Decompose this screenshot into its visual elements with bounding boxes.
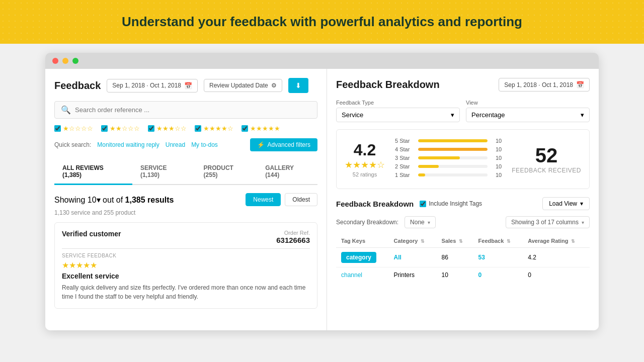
th-tag-keys: Tag Keys [336,234,389,248]
tab-service[interactable]: SERVICE (1,130) [132,159,196,185]
left-panel: Feedback Sep 1, 2018 · Oct 1, 2018 📅 Rev… [45,69,327,330]
category-all[interactable]: All [394,254,401,261]
star-filter-3: ★★★☆☆ [148,125,187,132]
review-date-label: Review Updated Date [209,82,268,89]
big-score: 4.2 [345,141,385,159]
bar-row-4: 4 Star 10 [395,146,502,152]
th-sales[interactable]: Sales ⇅ [437,234,473,248]
breakdown-table-body: category All 86 53 4.2 channel Printers … [336,248,590,283]
view-select[interactable]: Percentage ▾ [466,108,590,122]
star-5-checkbox[interactable] [242,125,248,132]
showing-cols-select[interactable]: Showing 3 of 17 columns ▾ [506,216,590,228]
view-label: View [466,100,590,106]
left-date-range: Sep 1, 2018 · Oct 1, 2018 [112,82,181,89]
bar-val-4: 10 [492,146,502,152]
results-count[interactable]: 10▾ [88,196,101,204]
quick-search-bar: Quick search: Monitored waiting reply Un… [54,138,317,151]
calendar-icon: 📅 [184,82,192,89]
search-input[interactable] [75,106,311,114]
main-content: Feedback Sep 1, 2018 · Oct 1, 2018 📅 Rev… [45,69,599,330]
table-row: channel Printers 10 0 0 [336,267,590,283]
right-calendar-icon: 📅 [576,81,584,88]
tag-key-channel[interactable]: channel [341,272,362,279]
table-header-row: Tag Keys Category ⇅ Sales ⇅ Feedback ⇅ A… [336,234,590,248]
star-filter-4: ★★★★☆ [195,125,233,132]
star-filter-1: ★☆☆☆☆ [54,125,93,132]
results-header: Showing 10▾ out of 1,385 results Newest … [54,193,317,206]
bar-row-5: 5 Star 10 [395,138,502,144]
star-5-stars: ★★★★★ [250,125,280,132]
qs-monitored[interactable]: Monitored waiting reply [97,141,159,148]
secondary-value: None [410,219,425,226]
row2-category: Printers [389,267,437,283]
star-3-stars: ★★★☆☆ [156,125,187,132]
secondary-select[interactable]: None ▾ [405,216,436,228]
bar-track-4 [418,148,488,151]
tab-all-reviews[interactable]: ALL REVIEWS (1,385) [54,159,132,185]
maximize-dot[interactable] [72,58,78,64]
review-body: Really quick delivery and size fits perf… [62,283,310,301]
insight-check[interactable]: Include Insight Tags [420,200,482,207]
bar-fill-3 [418,156,460,159]
showing-cols-label: Showing 3 of 17 columns [511,219,579,226]
right-date-range: Sep 1, 2018 · Oct 1, 2018 [504,81,573,88]
qs-mytodos[interactable]: My to-dos [191,141,218,148]
row2-sales: 10 [437,267,473,283]
review-date-button[interactable]: Review Updated Date ⚙ [204,79,282,92]
bar-label-2: 2 Star [395,163,414,169]
quick-search-label: Quick search: [54,141,91,148]
row1-sales: 86 [437,248,473,267]
oldest-button[interactable]: Oldest [285,193,317,206]
reviewer-name: Verified customer [62,230,121,238]
row2-avg-rating: 0 [523,267,590,283]
star-2-checkbox[interactable] [101,125,108,132]
row2-feedback: 0 [473,267,523,283]
bar-fill-4 [418,148,488,151]
browser-bar [45,53,599,69]
bar-track-5 [418,139,488,142]
insight-checkbox[interactable] [420,201,426,207]
star-1-checkbox[interactable] [54,125,61,132]
advanced-filters-button[interactable]: ⚡ Advanced filters [250,138,317,151]
sort-buttons: Newest Oldest [246,193,317,206]
qs-unread[interactable]: Unread [166,141,185,148]
bar-val-1: 10 [492,172,502,178]
right-date-picker[interactable]: Sep 1, 2018 · Oct 1, 2018 📅 [499,78,590,92]
right-panel: Feedback Breakdown Sep 1, 2018 · Oct 1, … [327,69,599,330]
bar-val-5: 10 [492,138,502,144]
bar-row-3: 3 Star 10 [395,155,502,161]
feedback-53[interactable]: 53 [478,254,485,261]
newest-button[interactable]: Newest [246,193,281,206]
avg-rating-sort-icon: ⇅ [571,239,575,244]
feedback-0[interactable]: 0 [478,272,482,279]
minimize-dot[interactable] [62,58,68,64]
bar-track-3 [418,156,488,159]
th-avg-rating[interactable]: Average Rating ⇅ [523,234,590,248]
star-3-checkbox[interactable] [148,125,154,132]
left-panel-title: Feedback [54,80,101,92]
tab-gallery[interactable]: GALLERY (144) [257,159,317,185]
left-date-picker[interactable]: Sep 1, 2018 · Oct 1, 2018 📅 [107,79,198,93]
tab-product[interactable]: PRODUCT (255) [196,159,258,185]
bar-fill-1 [418,173,425,176]
secondary-arrow: ▾ [428,220,430,225]
th-feedback[interactable]: Feedback ⇅ [473,234,523,248]
download-button[interactable]: ⬇ [288,78,308,93]
view-arrow: ▾ [581,111,584,119]
load-view-button[interactable]: Load View ▾ [542,197,590,210]
feedback-type-select[interactable]: Service ▾ [336,108,460,122]
th-category[interactable]: Category ⇅ [389,234,437,248]
banner-title: Understand your feedback with powerful a… [10,14,634,30]
review-title: Excellent service [62,272,310,280]
row1-tag-key[interactable]: category [336,248,389,267]
load-view-label: Load View [549,200,577,207]
order-ref: Order Ref. 63126663 [276,230,310,244]
right-panel-header: Feedback Breakdown Sep 1, 2018 · Oct 1, … [336,78,590,92]
close-dot[interactable] [52,58,58,64]
star-4-checkbox[interactable] [195,125,201,132]
breakdown-header: Feedback Breakdown Include Insight Tags … [336,197,590,210]
tag-key-active-category[interactable]: category [341,252,376,263]
bar-val-3: 10 [492,155,502,161]
big-stars: ★★★★☆ [345,159,385,170]
bar-track-2 [418,165,488,168]
